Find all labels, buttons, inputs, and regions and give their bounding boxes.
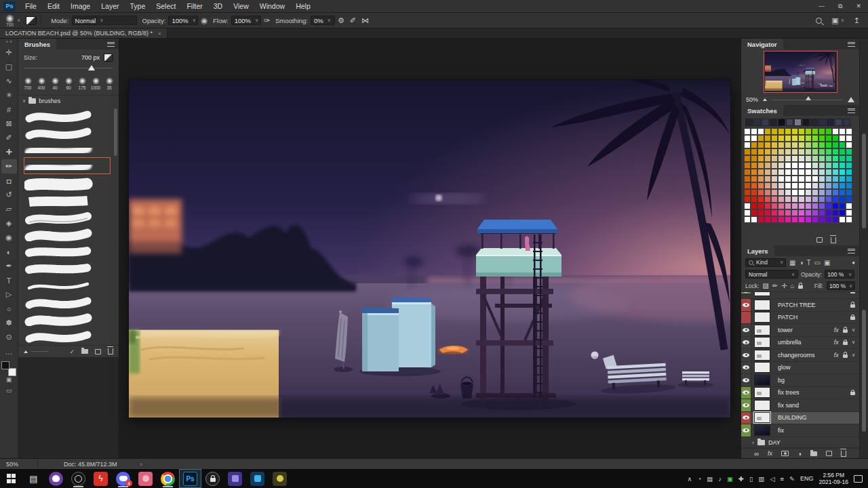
color-swatch[interactable] [812,155,818,162]
layer-thumbnail[interactable] [754,312,770,323]
status-zoom-field[interactable]: 50% [0,459,38,469]
color-swatch[interactable] [785,209,791,216]
add-mask-icon[interactable] [781,451,789,456]
brushes-scrollbar[interactable] [114,108,117,156]
color-swatch[interactable] [818,176,825,182]
menu-image[interactable]: Image [65,0,96,13]
quick-mask-icon[interactable]: ▣ [6,376,12,387]
more-tools[interactable]: … [1,344,17,359]
color-swatch[interactable] [818,189,825,196]
hidden-icons-chevron[interactable]: ∧ [688,475,692,483]
color-swatch[interactable] [812,135,818,142]
color-swatch[interactable] [798,135,805,142]
navigator-thumbnail[interactable] [764,52,837,92]
color-swatch[interactable] [825,203,832,209]
layer-style-icon[interactable]: fx [768,450,772,457]
brush-stroke-preset[interactable] [24,242,111,259]
color-swatch[interactable] [778,128,785,135]
layer-thumbnail[interactable] [754,412,770,423]
capture-icon[interactable]: ▣ [727,475,733,483]
layer-blend-mode-select[interactable]: Normal∨ [745,270,798,279]
restore-icon[interactable]: ⧉ [838,3,842,10]
brush-preset-40[interactable]: 40 [48,73,62,95]
color-swatch[interactable] [846,176,852,182]
color-swatch[interactable] [764,176,771,182]
color-swatch[interactable] [839,169,846,176]
color-swatch[interactable] [785,203,791,209]
brush-stroke-preset[interactable] [24,174,111,191]
color-swatch[interactable] [771,162,778,169]
color-swatch[interactable] [839,176,846,182]
color-swatch[interactable] [785,176,791,182]
new-brush-icon[interactable] [95,349,101,354]
pen-tool[interactable]: ✒ [1,259,17,273]
color-swatch[interactable] [785,155,791,162]
color-swatch[interactable] [818,196,825,203]
mic-icon[interactable]: ♪ [718,475,722,483]
frame-tool[interactable]: ⊠ [1,117,17,131]
color-swatch[interactable] [744,169,751,176]
layer-thumbnail[interactable] [754,325,770,336]
layer-name[interactable]: fix [773,427,855,434]
color-swatch[interactable] [791,176,798,182]
brush-pressure-icon[interactable]: ✐ [350,17,356,24]
color-swatch[interactable] [751,135,757,142]
filter-pixel-icon[interactable]: ▦ [789,259,795,266]
color-swatch[interactable] [791,216,798,223]
menu-view[interactable]: View [228,0,254,13]
brush-stroke-preset[interactable] [24,157,111,174]
color-swatch[interactable] [805,203,812,209]
color-swatch[interactable] [839,142,846,148]
layer-name[interactable]: changerooms [773,352,834,359]
color-swatch[interactable] [846,196,852,203]
color-swatch[interactable] [832,203,839,209]
color-swatch[interactable] [751,176,757,182]
color-swatch[interactable] [757,128,764,135]
color-swatch[interactable] [778,162,785,169]
opacity-pressure-icon[interactable]: ◉ [201,17,208,24]
color-swatch[interactable] [778,142,785,148]
color-swatch[interactable] [846,142,852,148]
visibility-toggle[interactable] [741,312,751,324]
lock-artboard-icon[interactable]: ⌂ [791,282,795,289]
menu-file[interactable]: File [20,0,42,13]
network-icon[interactable]: ≡ [780,475,784,483]
color-swatch[interactable] [778,135,785,142]
fx-expand-icon[interactable]: ∨ [852,327,855,333]
color-swatch[interactable] [757,155,764,162]
color-swatch[interactable] [818,148,825,155]
swatches-scrollbar[interactable] [862,134,866,228]
layer-thumbnail[interactable] [754,337,770,348]
color-swatch[interactable] [798,176,805,182]
layer-name[interactable]: PATCH [773,314,850,321]
crop-tool[interactable]: # [1,102,17,117]
color-swatch[interactable] [785,182,791,189]
new-layer-icon[interactable] [826,451,832,456]
layers-menu-icon[interactable] [848,249,855,253]
color-swatch[interactable] [771,142,778,148]
color-swatch[interactable] [751,216,757,223]
battery-icon[interactable]: ▯ [749,475,753,483]
color-swatch[interactable] [771,169,778,176]
color-swatch[interactable] [798,203,805,209]
obs-studio[interactable] [67,469,90,488]
visibility-toggle[interactable] [741,299,751,311]
color-swatch[interactable] [764,155,771,162]
color-swatch[interactable] [764,203,771,209]
color-swatch[interactable] [839,135,846,142]
color-swatch[interactable] [805,135,812,142]
brush-stroke-preset[interactable] [24,123,111,140]
dodge-tool[interactable]: ◐ [1,245,17,259]
brush-preset-60[interactable]: 60 [62,73,75,95]
healing-brush-tool[interactable]: ✚ [1,145,17,159]
color-swatch[interactable] [771,155,778,162]
blur-tool[interactable]: ◉ [1,230,17,245]
zoom-out-icon[interactable] [763,98,767,101]
layer-row-glow[interactable]: glow [741,362,859,375]
color-swatch[interactable] [832,189,839,196]
foreground-color-swatch[interactable] [1,361,9,369]
color-swatch[interactable] [771,216,778,223]
color-swatch[interactable] [757,182,764,189]
recent-swatch[interactable] [762,119,769,126]
color-swatch[interactable] [744,128,751,135]
